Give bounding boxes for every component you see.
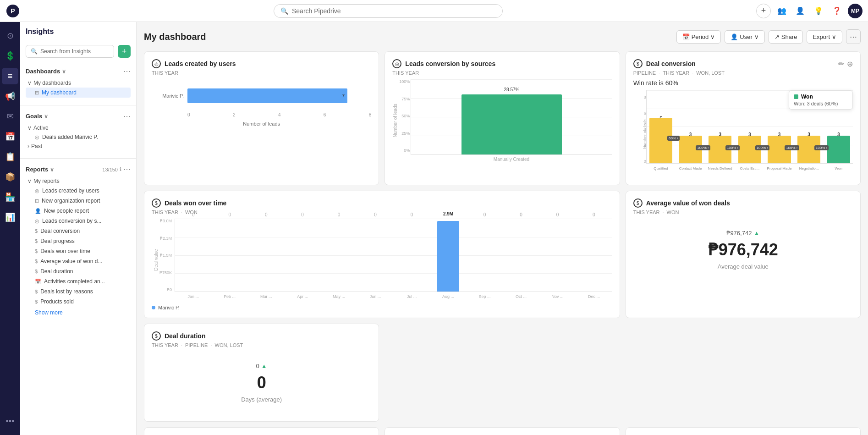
bottom-charts: 📅 Activities completed and planned THIS … — [144, 427, 861, 435]
deals-lost-card: $ Deals lost by reasons LOST · THIS YEAR… — [385, 427, 620, 435]
trend-up-icon: ▲ — [261, 363, 267, 369]
nav-insights[interactable]: 📊 — [2, 209, 18, 226]
my-reports-group[interactable]: ∨ My reports — [26, 176, 131, 186]
chevron-down-icon: ∨ — [27, 178, 32, 184]
nav-calendar[interactable]: 📅 — [2, 128, 18, 145]
time-bar-feb: Feb ... 0 — [211, 219, 247, 292]
global-search-placeholder: Search Pipedrive — [292, 7, 341, 15]
sidebar-item-deals-lost[interactable]: $ Deals lost by reasons — [26, 286, 131, 297]
bar-value: 0 — [520, 212, 522, 217]
bar-value: 0 — [338, 212, 341, 217]
activities-card: 📅 Activities completed and planned THIS … — [144, 427, 379, 435]
sidebar-item-deal-conv[interactable]: $ Deal conversion — [26, 226, 131, 236]
sidebar-search-input[interactable]: 🔍 Search from Insights — [26, 45, 114, 58]
nav-mail[interactable]: ✉ — [2, 108, 18, 125]
dollar-icon: $ — [35, 248, 38, 254]
edit-icon[interactable]: ✏ — [838, 60, 844, 68]
sidebar-item-deals-won[interactable]: $ Deals won over time — [26, 246, 131, 256]
deal-duration-header: $ Deal duration — [152, 331, 371, 341]
more-options-button[interactable]: ⋯ — [846, 29, 861, 44]
nav-home[interactable]: ⊙ — [2, 28, 18, 44]
past-goals-group[interactable]: › Past — [26, 142, 131, 151]
reports-more[interactable]: ⋯ — [123, 165, 131, 174]
time-bar-oct: Oct ... 0 — [503, 219, 539, 292]
nav-contacts[interactable]: 📋 — [2, 149, 18, 165]
x-axis-label: Number of leads — [152, 121, 371, 127]
dashboards-more[interactable]: ⋯ — [123, 67, 131, 76]
reports-count: 13/150 — [102, 167, 118, 172]
sidebar-item-leads-conv[interactable]: ◎ Leads conversion by s... — [26, 216, 131, 226]
chevron-down-icon: ∨ — [832, 33, 836, 40]
sidebar-search-text: Search from Insights — [40, 48, 91, 55]
sidebar-item-products[interactable]: $ Products sold — [26, 297, 131, 307]
avg-value-meta: THIS YEAR · WON — [633, 209, 853, 215]
time-ytitle: Deal value — [154, 249, 159, 270]
sidebar-item-leads-created[interactable]: ◎ Leads created by users — [26, 186, 131, 196]
time-bar-nov: Nov ... 0 — [539, 219, 576, 292]
nav-marketplace[interactable]: 🏪 — [2, 189, 18, 205]
deal-duration-metric: 0 — [257, 373, 266, 392]
sidebar-item-deal-progress[interactable]: $ Deal progress — [26, 236, 131, 246]
expand-icon[interactable]: ⊕ — [847, 60, 853, 68]
goals-section: Goals ∨ ⋯ ∨ Active ◎ Deals added Marivic… — [20, 108, 136, 155]
nav-products[interactable]: 📦 — [2, 169, 18, 185]
horiz-axis: 0 2 4 6 8 — [152, 112, 371, 117]
charts-grid: ◎ Leads created by users THIS YEAR Mariv… — [144, 51, 861, 422]
search-icon-small: 🔍 — [31, 48, 38, 55]
nav-more[interactable]: ••• — [2, 413, 18, 429]
user-avatar[interactable]: MP — [848, 4, 863, 18]
sidebar-item-avg-value[interactable]: $ Average value of won d... — [26, 256, 131, 266]
bar-value: 0 — [265, 212, 268, 217]
sidebar-add-btn[interactable]: + — [118, 45, 131, 58]
goals-title[interactable]: Goals ∨ — [26, 113, 48, 120]
sidebar-item-deals-added[interactable]: ◎ Deals added Marivic P. — [26, 132, 131, 142]
bar-value: 0 — [593, 212, 595, 217]
global-search[interactable]: 🔍 Search Pipedrive — [274, 4, 503, 18]
add-button[interactable]: + — [756, 4, 771, 18]
active-goals-group[interactable]: ∨ Active — [26, 123, 131, 132]
deal-duration-indicator: 0 ▲ — [256, 363, 267, 369]
sidebar-item-my-dashboard[interactable]: ⊞ My dashboard — [26, 88, 131, 98]
dashboards-section: Dashboards ∨ ⋯ ∨ My dashboards ⊞ My dash… — [20, 63, 136, 102]
tooltip-value: Won: 3 deals (60%) — [794, 101, 848, 106]
share-button[interactable]: ↗ Share — [769, 30, 803, 44]
contacts-icon[interactable]: 👤 — [793, 4, 808, 18]
dollar-icon: $ — [633, 59, 643, 68]
top-bar: P 🔍 Search Pipedrive + 👥 👤 💡 ❓ MP — [0, 0, 868, 22]
sidebar: Insights 🔍 Search from Insights + Dashbo… — [20, 22, 137, 435]
sidebar-item-deal-duration[interactable]: $ Deal duration — [26, 266, 131, 276]
main-wrapper: ⊙ 💲 ≡ 📢 ✉ 📅 📋 📦 🏪 📊 ••• Insights 🔍 Searc… — [0, 22, 868, 435]
dollar-icon: $ — [633, 198, 643, 208]
show-more-link[interactable]: Show more — [26, 308, 131, 319]
dashboards-title[interactable]: Dashboards ∨ — [26, 68, 66, 75]
avg-value-header: $ Average value of won deals — [633, 198, 853, 208]
legend-dot — [152, 306, 155, 309]
reports-title[interactable]: Reports ∨ — [26, 166, 54, 173]
sidebar-item-new-org[interactable]: ⊞ New organization report — [26, 196, 131, 206]
help-icon[interactable]: ❓ — [830, 4, 844, 18]
deals-won-legend: Marivic P. — [152, 305, 612, 310]
user-button[interactable]: 👤 User ∨ — [725, 30, 764, 44]
bar-value: 0 — [192, 212, 195, 217]
export-button[interactable]: Export ∨ — [807, 30, 842, 44]
deals-won-header: $ Deals won over time — [152, 198, 612, 208]
leads-created-body: Marivic P. 7 0 2 4 6 — [152, 79, 371, 130]
sidebar-item-activities[interactable]: 📅 Activities completed an... — [26, 276, 131, 286]
leads-conv-title: Leads conversion by sources — [405, 60, 612, 67]
dashboard-title: My dashboard — [144, 32, 206, 42]
sidebar-item-new-people[interactable]: 👤 New people report — [26, 206, 131, 216]
left-nav: ⊙ 💲 ≡ 📢 ✉ 📅 📋 📦 🏪 📊 ••• — [0, 22, 20, 435]
my-dashboards-group[interactable]: ∨ My dashboards — [26, 78, 131, 88]
reports-chevron: ∨ — [50, 166, 54, 173]
notifications-icon[interactable]: 👥 — [775, 4, 789, 18]
bulb-icon[interactable]: 💡 — [811, 4, 826, 18]
nav-sales[interactable]: 💲 — [2, 48, 18, 64]
leads-created-title: Leads created by users — [165, 60, 371, 67]
goals-more[interactable]: ⋯ — [123, 112, 131, 121]
deal-conv-actions: ✏ ⊕ — [838, 60, 853, 68]
nav-activities[interactable]: 📢 — [2, 88, 18, 105]
tooltip-title: Won — [801, 94, 813, 100]
nav-deals[interactable]: ≡ — [2, 68, 18, 84]
period-button[interactable]: 📅 Period ∨ — [676, 30, 721, 44]
bar-value: 0 — [556, 212, 559, 217]
